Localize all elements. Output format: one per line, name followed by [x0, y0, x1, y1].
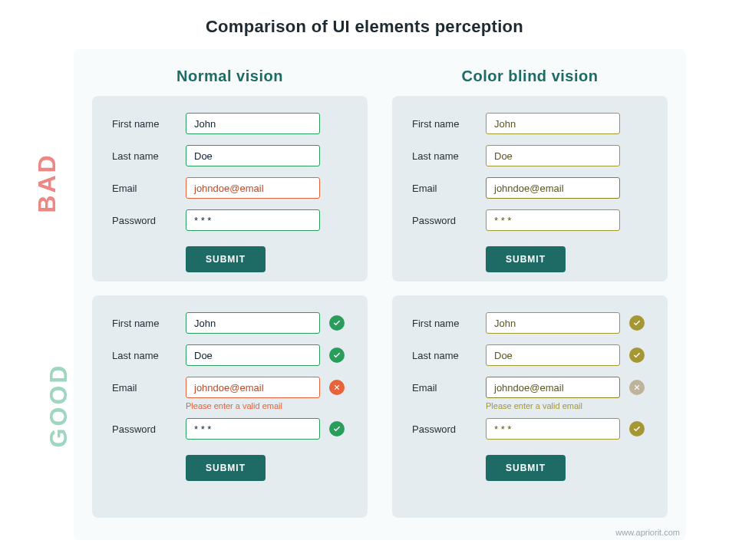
submit-button[interactable]: SUBMIT: [186, 455, 266, 481]
input-email[interactable]: johndoe@email: [186, 377, 320, 398]
side-label-bad: BAD: [33, 153, 61, 212]
column-title-colorblind: Color blind vision: [392, 68, 668, 85]
input-email[interactable]: johndoe@email: [486, 177, 620, 199]
label-password: Password: [412, 215, 486, 226]
input-password[interactable]: * * *: [186, 418, 320, 440]
comparison-container: Normal vision First name John Last name …: [74, 49, 686, 540]
input-email[interactable]: johndoe@email: [186, 177, 320, 199]
check-icon: [329, 315, 345, 331]
label-lastname: Last name: [112, 150, 186, 162]
input-lastname[interactable]: Doe: [186, 145, 320, 166]
cross-icon: [629, 380, 645, 395]
check-icon: [329, 421, 345, 436]
page-title: Comparison of UI elements perception: [0, 0, 729, 49]
check-icon: [629, 348, 645, 363]
input-lastname[interactable]: Doe: [186, 344, 320, 366]
label-email: Email: [112, 382, 186, 394]
label-lastname: Last name: [412, 150, 486, 162]
submit-button[interactable]: SUBMIT: [486, 246, 566, 272]
input-password[interactable]: * * *: [486, 418, 620, 440]
panel-bad-normal: First name John Last name Doe Email john…: [92, 96, 368, 282]
cross-icon: [329, 380, 345, 395]
check-icon: [629, 315, 645, 331]
label-password: Password: [112, 215, 186, 226]
submit-button[interactable]: SUBMIT: [486, 455, 566, 481]
input-firstname[interactable]: John: [186, 312, 320, 334]
error-hint: Please enter a valid email: [486, 401, 648, 410]
side-labels: BAD GOOD: [17, 84, 63, 529]
label-firstname: First name: [412, 318, 486, 329]
footer-source: www.apriorit.com: [615, 528, 680, 537]
label-firstname: First name: [112, 118, 186, 130]
input-email[interactable]: johndoe@email: [486, 377, 620, 398]
label-password: Password: [412, 423, 486, 435]
label-lastname: Last name: [412, 350, 486, 361]
panel-bad-colorblind: First name John Last name Doe Email john…: [392, 96, 668, 282]
check-icon: [329, 348, 345, 363]
column-title-normal: Normal vision: [92, 68, 368, 85]
label-firstname: First name: [412, 118, 486, 130]
label-lastname: Last name: [112, 350, 186, 361]
label-password: Password: [112, 423, 186, 435]
input-password[interactable]: * * *: [486, 209, 620, 231]
panel-good-normal: First name John Last name Doe Email john…: [92, 295, 368, 518]
input-password[interactable]: * * *: [186, 209, 320, 231]
input-firstname[interactable]: John: [486, 113, 620, 134]
input-lastname[interactable]: Doe: [486, 145, 620, 166]
submit-button[interactable]: SUBMIT: [186, 246, 266, 272]
label-email: Email: [412, 183, 486, 194]
input-lastname[interactable]: Doe: [486, 344, 620, 366]
panel-good-colorblind: First name John Last name Doe Email john…: [392, 295, 668, 518]
label-firstname: First name: [112, 318, 186, 329]
column-colorblind-vision: Color blind vision First name John Last …: [392, 61, 668, 518]
column-normal-vision: Normal vision First name John Last name …: [92, 61, 368, 518]
label-email: Email: [412, 382, 486, 394]
input-firstname[interactable]: John: [486, 312, 620, 334]
error-hint: Please enter a valid email: [186, 401, 348, 410]
input-firstname[interactable]: John: [186, 113, 320, 134]
check-icon: [629, 421, 645, 436]
label-email: Email: [112, 183, 186, 194]
side-label-good: GOOD: [45, 364, 73, 448]
